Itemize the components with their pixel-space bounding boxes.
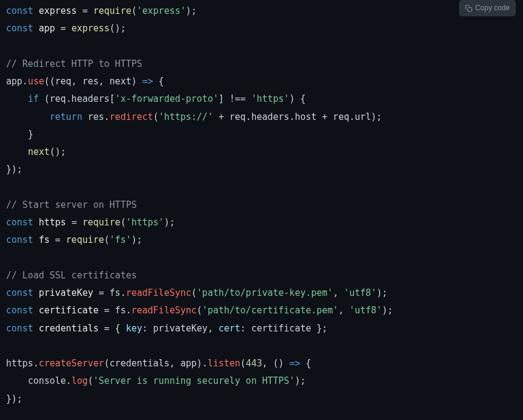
- code-line: // Start server on HTTPS: [6, 199, 137, 210]
- svg-rect-0: [468, 7, 472, 11]
- copy-icon: [465, 5, 472, 12]
- code-line: const app = express();: [6, 23, 126, 34]
- code-line: // Redirect HTTP to HTTPS: [6, 58, 142, 69]
- code-line: https.createServer(credentials, app).lis…: [6, 358, 311, 369]
- code-line: const credentials = { key: privateKey, c…: [6, 323, 328, 334]
- code-line: const fs = require('fs');: [6, 234, 142, 245]
- code-line: return res.redirect('https://' + req.hea…: [6, 111, 382, 122]
- code-line: const privateKey = fs.readFileSync('path…: [6, 287, 387, 298]
- code-line: next();: [6, 146, 66, 157]
- code-line: });: [6, 164, 22, 175]
- code-line: console.log('Server is running securely …: [6, 375, 306, 386]
- code-line: const certificate = fs.readFileSync('pat…: [6, 305, 393, 316]
- copy-code-label: Copy code: [475, 1, 510, 15]
- code-line: });: [6, 393, 22, 404]
- code-line: const https = require('https');: [6, 217, 175, 228]
- code-block: const express = require('express'); cons…: [0, 0, 523, 410]
- code-line: // Load SSL certificates: [6, 270, 137, 281]
- code-line: if (req.headers['x-forwarded-proto'] !==…: [6, 93, 306, 104]
- code-line: app.use((req, res, next) => {: [6, 76, 164, 87]
- code-line: const express = require('express');: [6, 5, 197, 16]
- copy-code-button[interactable]: Copy code: [459, 0, 516, 16]
- code-line: }: [6, 129, 33, 140]
